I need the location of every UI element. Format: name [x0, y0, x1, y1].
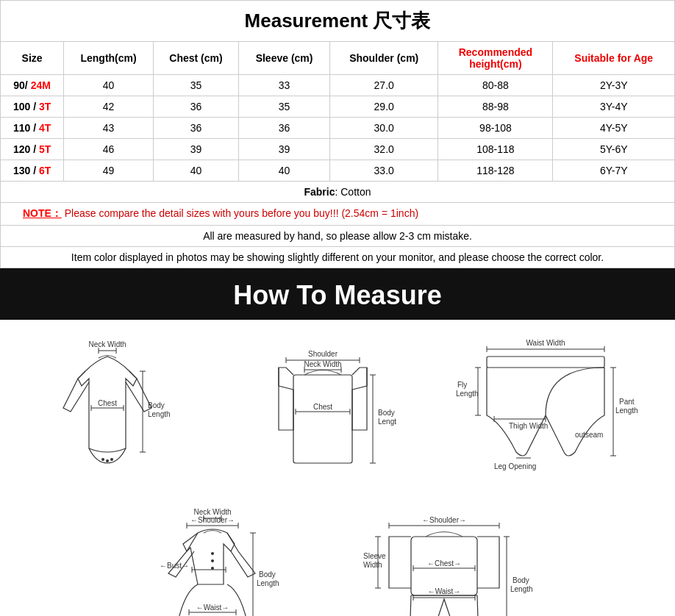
- cell-chest: 35: [153, 75, 238, 96]
- table-row: 110 / 4T 43 36 36 30.0 98-108 4Y-5Y: [1, 118, 675, 139]
- svg-text:Thigh Width: Thigh Width: [509, 422, 548, 430]
- cell-sleeve: 35: [239, 96, 330, 118]
- cell-shoulder: 33.0: [330, 160, 438, 182]
- cell-height: 108-118: [438, 139, 553, 160]
- table-row: 120 / 5T 46 39 39 32.0 108-118 5Y-6Y: [1, 139, 675, 160]
- size-bold: 4T: [39, 122, 51, 134]
- svg-text:←Waist→: ←Waist→: [196, 604, 229, 612]
- cell-height: 88-98: [438, 96, 553, 118]
- svg-text:Neck Width: Neck Width: [193, 508, 231, 516]
- onesie-svg: Neck Width Chest Body Length: [34, 334, 196, 481]
- fabric-label: Fabric: Cotton: [304, 186, 371, 198]
- diagram-row-2: ←Shoulder→ Neck Width ←Bust→ ←Waist→: [7, 504, 668, 616]
- svg-point-78: [211, 559, 214, 562]
- note-row: NOTE： Please compare the detail sizes wi…: [1, 203, 675, 226]
- cell-sleeve: 40: [239, 160, 330, 182]
- svg-point-13: [101, 458, 104, 461]
- svg-point-15: [110, 458, 113, 461]
- cell-height: 118-128: [438, 160, 553, 182]
- size-bold: 5T: [39, 143, 51, 155]
- diagram-pants: Waist Width Fly Length Pant Length Thigh…: [450, 334, 641, 481]
- diagrams-area: Neck Width Chest Body Length: [0, 320, 675, 616]
- jumpsuit-svg: ←Shoulder→ Sleeve Width ←Chest→ ←Waist→: [360, 504, 536, 616]
- size-bold: 3T: [39, 101, 51, 112]
- cell-chest: 36: [153, 96, 238, 118]
- header-suitable: Suitable for Age: [553, 42, 675, 75]
- main-title: Measurement 尺寸表: [0, 0, 675, 41]
- shirt-svg: Shoulder Neck Width Chest Body Length: [249, 334, 396, 481]
- cell-length: 40: [64, 75, 154, 96]
- cell-shoulder: 29.0: [330, 96, 438, 118]
- header-shoulder: Shoulder (cm): [330, 42, 438, 75]
- diagram-dress: ←Shoulder→ Neck Width ←Bust→ ←Waist→: [139, 504, 315, 616]
- cell-size: 130 / 6T: [1, 160, 64, 182]
- svg-text:Length: Length: [378, 418, 396, 426]
- cell-size: 90/ 24M: [1, 75, 64, 96]
- cell-length: 49: [64, 160, 154, 182]
- svg-text:Neck Width: Neck Width: [304, 360, 341, 368]
- size-bold: 24M: [31, 79, 51, 91]
- svg-text:Body: Body: [512, 576, 529, 584]
- cell-length: 42: [64, 96, 154, 118]
- cell-shoulder: 32.0: [330, 139, 438, 160]
- dress-svg: ←Shoulder→ Neck Width ←Bust→ ←Waist→: [139, 504, 315, 616]
- cell-age: 5Y-6Y: [553, 139, 675, 160]
- cell-chest: 36: [153, 118, 238, 139]
- svg-text:Pant: Pant: [619, 398, 635, 406]
- how-section: How To Measure: [0, 268, 675, 320]
- svg-point-79: [211, 567, 214, 570]
- svg-text:Sleeve: Sleeve: [363, 552, 386, 560]
- cell-size: 100 / 3T: [1, 96, 64, 118]
- svg-text:Waist Width: Waist Width: [526, 339, 565, 347]
- table-row: 130 / 6T 49 40 40 33.0 118-128 6Y-7Y: [1, 160, 675, 182]
- svg-text:Length: Length: [615, 407, 638, 415]
- cell-size: 110 / 4T: [1, 118, 64, 139]
- hand-note-row: All are measured by hand, so please allo…: [1, 226, 675, 247]
- svg-rect-34: [487, 357, 604, 368]
- cell-age: 2Y-3Y: [553, 75, 675, 96]
- svg-text:Body: Body: [259, 570, 276, 579]
- size-table: Size Length(cm) Chest (cm) Sleeve (cm) S…: [0, 41, 675, 268]
- svg-text:Chest: Chest: [313, 403, 332, 411]
- svg-point-14: [106, 459, 109, 462]
- fabric-row: Fabric: Cotton: [1, 182, 675, 203]
- svg-text:Shoulder: Shoulder: [308, 350, 338, 358]
- diagram-shirt: Shoulder Neck Width Chest Body Length: [249, 334, 396, 481]
- svg-text:Fly: Fly: [457, 381, 467, 389]
- note-label: NOTE：: [23, 207, 62, 219]
- cell-length: 43: [64, 118, 154, 139]
- svg-text:←Bust→: ←Bust→: [160, 562, 189, 570]
- table-row: 90/ 24M 40 35 33 27.0 80-88 2Y-3Y: [1, 75, 675, 96]
- svg-text:Neck Width: Neck Width: [89, 340, 126, 348]
- cell-shoulder: 30.0: [330, 118, 438, 139]
- svg-text:Width: Width: [363, 561, 382, 569]
- diagram-jumpsuit: ←Shoulder→ Sleeve Width ←Chest→ ←Waist→: [360, 504, 536, 616]
- cell-length: 46: [64, 139, 154, 160]
- note-text: Please compare the detail sizes with you…: [65, 207, 418, 219]
- cell-height: 98-108: [438, 118, 553, 139]
- svg-text:outseam: outseam: [575, 431, 603, 439]
- svg-text:Leg Opening: Leg Opening: [494, 462, 536, 470]
- table-row: 100 / 3T 42 36 35 29.0 88-98 3Y-4Y: [1, 96, 675, 118]
- svg-text:Chest: Chest: [98, 399, 117, 407]
- header-recommended: Recommendedheight(cm): [438, 42, 553, 75]
- cell-chest: 40: [153, 160, 238, 182]
- color-note-row: Item color displayed in photos may be sh…: [1, 247, 675, 268]
- diagram-row-1: Neck Width Chest Body Length: [7, 334, 668, 481]
- header-chest: Chest (cm): [153, 42, 238, 75]
- header-size: Size: [1, 42, 64, 75]
- diagram-onesie: Neck Width Chest Body Length: [34, 334, 196, 481]
- header-sleeve: Sleeve (cm): [239, 42, 330, 75]
- how-title: How To Measure: [0, 280, 675, 311]
- cell-sleeve: 36: [239, 118, 330, 139]
- svg-text:Length: Length: [148, 410, 171, 418]
- svg-point-77: [211, 552, 214, 555]
- svg-text:←Chest→: ←Chest→: [427, 559, 461, 567]
- cell-height: 80-88: [438, 75, 553, 96]
- cell-age: 4Y-5Y: [553, 118, 675, 139]
- cell-sleeve: 39: [239, 139, 330, 160]
- cell-age: 3Y-4Y: [553, 96, 675, 118]
- svg-text:←Waist→: ←Waist→: [428, 587, 461, 595]
- svg-text:Body: Body: [148, 401, 165, 409]
- pants-svg: Waist Width Fly Length Pant Length Thigh…: [450, 334, 641, 481]
